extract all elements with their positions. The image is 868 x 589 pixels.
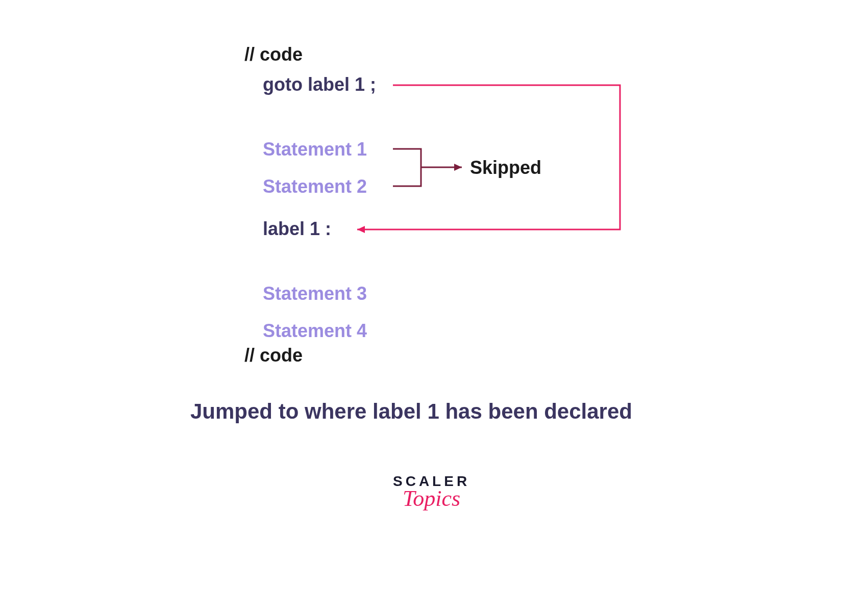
label-declaration: label 1 : [263,218,331,240]
skipped-arrowhead [454,164,462,171]
skipped-bracket [393,149,421,186]
statement-4: Statement 4 [263,320,367,342]
goto-jump-arrowhead [357,226,365,233]
statement-2: Statement 2 [263,176,367,197]
code-comment-top: // code [244,44,303,65]
statement-3: Statement 3 [263,283,367,304]
code-comment-bottom: // code [244,345,303,366]
diagram-caption: Jumped to where label 1 has been declare… [190,399,632,424]
scaler-topics-logo: SCALER Topics [393,473,470,511]
goto-statement: goto label 1 ; [263,74,376,95]
logo-topics-text: Topics [393,485,470,511]
statement-1: Statement 1 [263,139,367,160]
skipped-annotation: Skipped [470,157,541,178]
